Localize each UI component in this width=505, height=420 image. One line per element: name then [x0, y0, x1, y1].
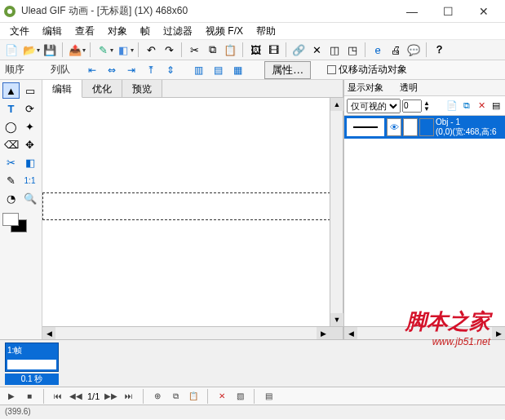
paste-button[interactable]: 📋: [222, 42, 238, 58]
frame-strip: 1:帧 0.1 秒 脚本之家 www.jb51.net: [0, 339, 505, 387]
tab-optimize[interactable]: 优化: [82, 80, 122, 97]
menu-help[interactable]: 帮助: [251, 23, 281, 40]
link-button[interactable]: 🔗: [290, 42, 307, 58]
tab-preview[interactable]: 预览: [122, 80, 162, 97]
playback-toolbar: ▶ ■ ⏮ ◀◀ 1/1 ▶▶ ⏭ ⊕ ⧉ 📋 ✕ ▧ ▤: [0, 387, 505, 405]
align-top-icon[interactable]: ⤒: [144, 63, 158, 77]
menu-file[interactable]: 文件: [5, 23, 34, 40]
toolbox: ▲ ▭ T ⟳ ◯ ✦ ⌫ ✥ ✂ ◧ ✎ 1:1 ◔ 🔍: [0, 80, 42, 339]
color-swatches[interactable]: [2, 213, 39, 237]
undo-button[interactable]: ↶: [143, 42, 159, 58]
insert-video-button[interactable]: 🎞: [265, 42, 281, 58]
web-button[interactable]: e: [370, 42, 386, 58]
distribute-v-icon[interactable]: ▤: [210, 63, 225, 77]
lock-toggle-icon[interactable]: [403, 118, 418, 136]
svg-point-1: [7, 9, 12, 14]
wizard-button[interactable]: ✎: [95, 42, 111, 58]
canvas[interactable]: [42, 98, 343, 326]
pointer-tool[interactable]: ▲: [2, 82, 20, 99]
save-button[interactable]: 💾: [42, 42, 58, 58]
play-button[interactable]: ▶: [5, 390, 18, 403]
layer-color-icon[interactable]: [419, 118, 434, 136]
frame-label: 1:帧: [7, 345, 56, 356]
align-left-icon[interactable]: ⇤: [85, 63, 100, 77]
fill-tool[interactable]: ◔: [2, 190, 20, 206]
eyedropper-tool[interactable]: ✎: [2, 172, 20, 188]
align-right-icon[interactable]: ⇥: [124, 63, 139, 77]
distribute-h-icon[interactable]: ▥: [191, 63, 206, 77]
insert-image-button[interactable]: 🖼: [247, 42, 264, 58]
opacity-input[interactable]: [402, 99, 422, 113]
crop-tool[interactable]: ✂: [2, 154, 20, 170]
wand-tool[interactable]: ✦: [21, 118, 38, 135]
duplicate-frame-button[interactable]: ⧉: [169, 390, 182, 403]
selection-rect[interactable]: [42, 192, 343, 220]
visibility-toggle-icon[interactable]: 👁: [387, 118, 401, 136]
speech-button[interactable]: 💬: [405, 42, 422, 58]
lasso-tool[interactable]: ◯: [2, 118, 20, 135]
foreground-color[interactable]: [2, 213, 19, 226]
open-button[interactable]: 📂: [21, 42, 38, 58]
delete-frame-button[interactable]: ✕: [215, 390, 228, 403]
next-frame-button[interactable]: ▶▶: [104, 390, 117, 403]
object-row[interactable]: 👁 Obj - 1 (0,0)(宽:468,高:6: [344, 116, 505, 139]
tool-a-button[interactable]: ◫: [326, 42, 343, 58]
zoom-in-tool[interactable]: 🔍: [21, 190, 38, 206]
export-button[interactable]: 📤: [67, 42, 83, 58]
menu-videofx[interactable]: 视频 F/X: [201, 23, 248, 40]
menu-view[interactable]: 查看: [70, 23, 100, 40]
align-center-h-icon[interactable]: ⇔: [104, 63, 119, 77]
grid-icon[interactable]: ▦: [230, 63, 245, 77]
workarea: ▲ ▭ T ⟳ ◯ ✦ ⌫ ✥ ✂ ◧ ✎ 1:1 ◔ 🔍 编辑 优化 预览 ▲…: [0, 80, 505, 339]
stop-button[interactable]: ■: [23, 390, 36, 403]
zoom-tool[interactable]: 1:1: [21, 172, 38, 188]
order-label: 顺序: [5, 63, 24, 77]
maximize-button[interactable]: ☐: [430, 0, 466, 23]
unlink-button[interactable]: ✕: [308, 42, 325, 58]
prev-frame-button[interactable]: ◀◀: [69, 390, 82, 403]
show-objects-label: 显示对象: [348, 82, 383, 94]
shape-tool[interactable]: ◧: [21, 154, 38, 170]
canvas-hscrollbar[interactable]: ◀▶: [42, 326, 343, 339]
marquee-tool[interactable]: ▭: [21, 82, 38, 99]
properties-button[interactable]: 属性…: [264, 61, 311, 79]
align-center-v-icon[interactable]: ⇕: [163, 63, 178, 77]
titlebar: Ulead GIF 动画 - [无标题] (1X) 468x60 — ☐ ✕: [0, 0, 505, 23]
add-frame-button[interactable]: ⊕: [151, 390, 164, 403]
minimize-button[interactable]: —: [394, 0, 430, 23]
visibility-select[interactable]: 仅可视的: [347, 99, 401, 113]
redo-button[interactable]: ↷: [161, 42, 177, 58]
tab-edit[interactable]: 编辑: [42, 80, 82, 98]
lock-active-checkbox[interactable]: 仅移动活动对象: [327, 63, 407, 77]
frame-settings-button[interactable]: ▤: [262, 390, 275, 403]
frame-position: 1/1: [87, 391, 100, 401]
copy-button[interactable]: ⧉: [204, 42, 220, 58]
close-button[interactable]: ✕: [466, 0, 502, 23]
assets-button[interactable]: ◧: [115, 42, 131, 58]
canvas-vscrollbar[interactable]: ▲▼: [330, 98, 343, 326]
cut-button[interactable]: ✂: [186, 42, 202, 58]
move-tool[interactable]: ✥: [21, 136, 38, 153]
lock-label: 仅移动活动对象: [339, 63, 407, 77]
menu-edit[interactable]: 编辑: [38, 23, 67, 40]
duplicate-object-icon[interactable]: ⧉: [460, 99, 473, 113]
print-button[interactable]: 🖨: [388, 42, 404, 58]
copy-frame-button[interactable]: 📋: [187, 390, 200, 403]
new-object-icon[interactable]: 📄: [445, 99, 458, 113]
rotate-tool[interactable]: ⟳: [21, 100, 38, 117]
menu-filter[interactable]: 过滤器: [158, 23, 197, 40]
text-tool[interactable]: T: [2, 100, 20, 117]
last-frame-button[interactable]: ⏭: [122, 390, 135, 403]
object-menu-icon[interactable]: ▤: [489, 99, 503, 113]
eraser-tool[interactable]: ⌫: [2, 136, 20, 153]
first-frame-button[interactable]: ⏮: [51, 390, 64, 403]
frame-thumbnail[interactable]: 1:帧: [5, 343, 59, 372]
frame-tool-a[interactable]: ▧: [233, 390, 246, 403]
delete-object-icon[interactable]: ✕: [475, 99, 488, 113]
menu-object[interactable]: 对象: [103, 23, 132, 40]
tool-b-button[interactable]: ◳: [344, 42, 361, 58]
menu-frame[interactable]: 帧: [135, 23, 155, 40]
help-button[interactable]: ？: [431, 42, 447, 58]
new-button[interactable]: 📄: [3, 42, 20, 58]
spinner-icon[interactable]: ▲▼: [423, 100, 430, 112]
